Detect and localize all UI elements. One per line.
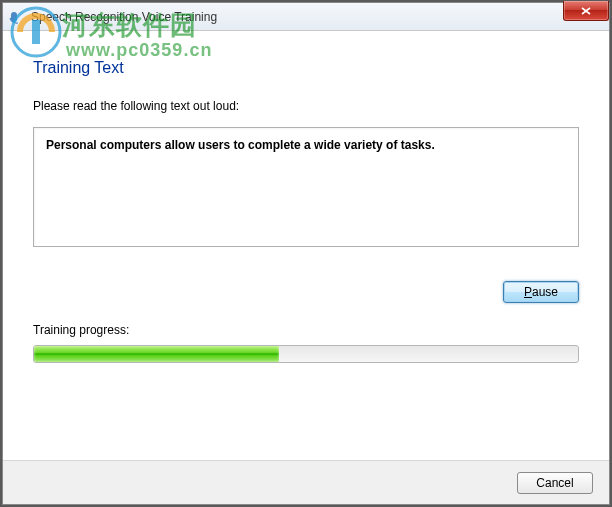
app-icon xyxy=(9,9,25,25)
content-area: Training Text Please read the following … xyxy=(3,31,609,363)
pause-button[interactable]: Pause xyxy=(503,281,579,303)
close-button[interactable] xyxy=(563,1,609,21)
training-text-box: Personal computers allow users to comple… xyxy=(33,127,579,247)
cancel-button[interactable]: Cancel xyxy=(517,472,593,494)
progress-label: Training progress: xyxy=(33,323,579,337)
progress-bar xyxy=(33,345,579,363)
window-frame: Speech Recognition Voice Training Traini… xyxy=(2,2,610,505)
page-heading: Training Text xyxy=(33,59,579,77)
training-text: Personal computers allow users to comple… xyxy=(46,138,435,152)
window-title: Speech Recognition Voice Training xyxy=(31,10,217,24)
titlebar: Speech Recognition Voice Training xyxy=(3,3,609,31)
close-icon xyxy=(581,7,591,15)
footer: Cancel xyxy=(3,460,609,504)
instruction-text: Please read the following text out loud: xyxy=(33,99,579,113)
progress-fill xyxy=(34,346,279,362)
